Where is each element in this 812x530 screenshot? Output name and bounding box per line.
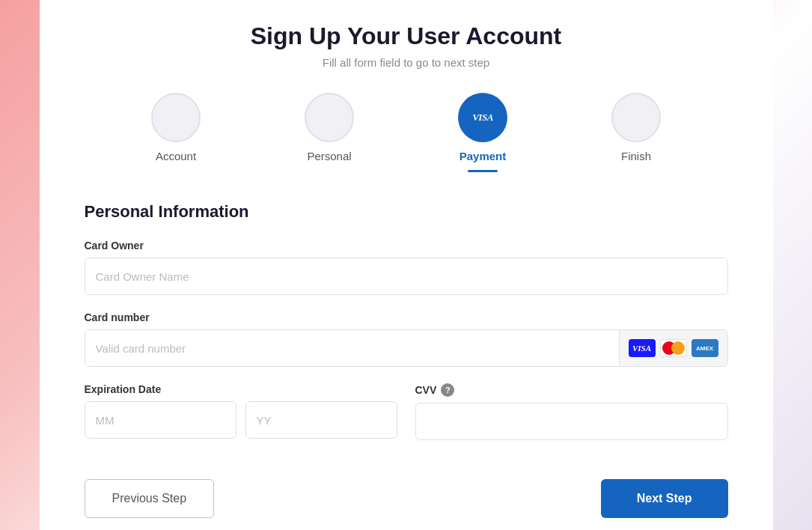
page-container: Sign Up Your User Account Fill all form … [0, 0, 812, 530]
next-step-button[interactable]: Next Step [601, 479, 728, 518]
amex-icon: AMEX [692, 339, 718, 357]
cvv-label: CVV [415, 384, 437, 396]
steps-bar: Account Personal VISA [85, 93, 728, 172]
page-title: Sign Up Your User Account [85, 22, 728, 50]
card-type-icons: VISA AMEX [619, 330, 727, 366]
card-number-wrap: VISA AMEX [85, 329, 728, 367]
step-circle-personal [305, 93, 354, 142]
step-label-account: Account [156, 150, 196, 162]
section-title: Personal Information [85, 202, 728, 222]
card-number-label: Card number [85, 311, 728, 323]
visa-logo-icon: VISA [472, 112, 493, 124]
cvv-input[interactable] [415, 403, 728, 440]
step-circle-account [151, 93, 201, 142]
expiration-group: Expiration Date [85, 383, 397, 440]
expiration-yy-input[interactable] [245, 401, 397, 439]
card-number-group: Card number VISA AMEX [85, 311, 728, 367]
visa-card-icon: VISA [629, 339, 656, 357]
step-circle-finish [611, 93, 661, 142]
step-account: Account [151, 93, 201, 162]
main-card: Sign Up Your User Account Fill all form … [40, 0, 773, 530]
card-owner-label: Card Owner [85, 240, 728, 252]
previous-step-button[interactable]: Previous Step [85, 479, 215, 518]
step-label-personal: Personal [307, 150, 351, 162]
step-circle-payment: VISA [458, 93, 507, 142]
card-owner-input[interactable] [85, 258, 728, 295]
card-owner-group: Card Owner [85, 240, 728, 295]
button-row: Previous Step Next Step [85, 479, 728, 518]
step-finish: Finish [611, 93, 661, 162]
page-subtitle: Fill all form field to go to next step [85, 56, 728, 69]
expiration-cvv-row: Expiration Date CVV ? [85, 383, 728, 457]
cvv-help-icon[interactable]: ? [441, 383, 454, 397]
step-label-finish: Finish [621, 150, 651, 162]
card-number-input[interactable] [85, 330, 619, 366]
expiration-label: Expiration Date [85, 383, 397, 395]
step-label-payment: Payment [460, 150, 507, 162]
cvv-label-row: CVV ? [415, 383, 728, 397]
step-personal: Personal [305, 93, 354, 162]
step-active-underline [468, 170, 498, 172]
cvv-group: CVV ? [415, 383, 728, 440]
expiration-mm-input[interactable] [85, 401, 236, 439]
mastercard-icon [660, 339, 687, 357]
step-payment: VISA Payment [458, 93, 507, 172]
date-inputs [85, 401, 397, 439]
